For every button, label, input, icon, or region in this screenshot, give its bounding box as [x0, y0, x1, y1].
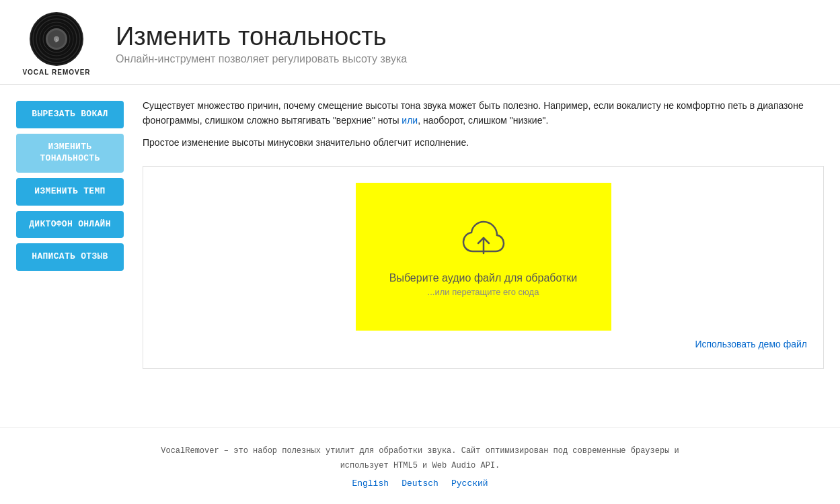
upload-sub-label: ...или перетащите его сюда	[428, 287, 539, 297]
header: ♪ VOCAL REMOVER Изменить тональность Онл…	[0, 0, 840, 85]
page-title: Изменить тональность	[116, 23, 407, 51]
description-block: Существует множество причин, почему смещ…	[143, 98, 824, 157]
footer-languages: English Deutsch Русский	[16, 476, 824, 492]
main-content: Существует множество причин, почему смещ…	[143, 98, 824, 417]
footer: VocalRemover – это набор полезных утилит…	[0, 427, 840, 504]
sidebar-btn-cut-vocal[interactable]: Вырезать вокал	[16, 101, 124, 128]
logo-icon: ♪	[30, 12, 83, 66]
lang-english[interactable]: English	[352, 478, 389, 489]
header-titles: Изменить тональность Онлайн-инструмент п…	[116, 23, 407, 66]
highlight-link-or[interactable]: или	[402, 115, 418, 126]
sidebar: Вырезать вокал Изменить тональность Изме…	[16, 98, 124, 417]
description-paragraph2: Простое изменение высоты минусовки значи…	[143, 135, 824, 150]
upload-container: Выберите аудио файл для обработки ...или…	[143, 166, 824, 369]
sidebar-btn-write-review[interactable]: Написать отзыв	[16, 243, 124, 271]
upload-main-label: Выберите аудио файл для обработки	[389, 272, 578, 284]
lang-deutsch[interactable]: Deutsch	[402, 478, 438, 489]
demo-file-link[interactable]: Использовать демо файл	[695, 339, 807, 349]
upload-cloud-icon	[457, 216, 510, 263]
sidebar-btn-dictaphone[interactable]: Диктофон онлайн	[16, 211, 124, 239]
sidebar-btn-change-pitch[interactable]: Изменить тональность	[16, 134, 124, 173]
svg-text:♪: ♪	[55, 36, 59, 44]
lang-russian[interactable]: Русский	[451, 478, 488, 489]
sidebar-btn-change-tempo[interactable]: Изменить темп	[16, 178, 124, 206]
logo-area: ♪ VOCAL REMOVER	[16, 12, 97, 76]
description-paragraph1: Существует множество причин, почему смещ…	[143, 98, 824, 128]
footer-text-line1: VocalRemover – это набор полезных утилит…	[16, 444, 824, 459]
content-area: Вырезать вокал Изменить тональность Изме…	[0, 85, 840, 417]
footer-text-line2: использует HTML5 и Web Audio API.	[16, 459, 824, 474]
page-subtitle: Онлайн-инструмент позволяет регулировать…	[116, 53, 407, 65]
logo-text: VOCAL REMOVER	[22, 69, 90, 76]
demo-link-row: Использовать демо файл	[159, 331, 807, 352]
upload-zone[interactable]: Выберите аудио файл для обработки ...или…	[356, 183, 611, 331]
